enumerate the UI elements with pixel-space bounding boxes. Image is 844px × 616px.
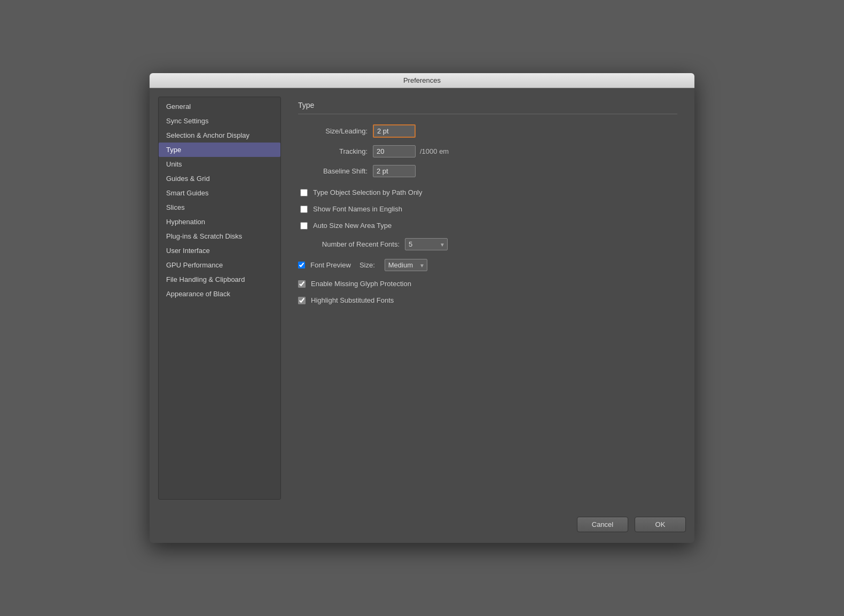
sidebar-item-selection-anchor-display[interactable]: Selection & Anchor Display — [159, 128, 280, 143]
sidebar-item-units[interactable]: Units — [159, 157, 280, 171]
tracking-input[interactable] — [373, 145, 416, 157]
recent-fonts-dropdown-wrapper: 5 10 15 20 ▼ — [405, 238, 448, 250]
sidebar-item-type[interactable]: Type — [159, 143, 280, 157]
missing-glyph-checkbox[interactable] — [298, 280, 306, 288]
type-object-selection-checkbox[interactable] — [300, 189, 308, 196]
auto-size-area-type-checkbox[interactable] — [300, 222, 308, 230]
size-leading-input[interactable] — [373, 124, 416, 138]
sidebar-item-appearance-of-black[interactable]: Appearance of Black — [159, 287, 280, 301]
sidebar-item-slices[interactable]: Slices — [159, 200, 280, 215]
tracking-row: Tracking: /1000 em — [298, 141, 677, 161]
font-preview-row: Font Preview Size: Small Medium Large ▼ — [298, 255, 677, 275]
sidebar-item-plugins-scratch-disks[interactable]: Plug-ins & Scratch Disks — [159, 229, 280, 243]
missing-glyph-label[interactable]: Enable Missing Glyph Protection — [311, 280, 411, 288]
sidebar-item-file-handling-clipboard[interactable]: File Handling & Clipboard — [159, 272, 280, 287]
size-leading-label: Size/Leading: — [298, 127, 368, 135]
sidebar-item-sync-settings[interactable]: Sync Settings — [159, 114, 280, 128]
preferences-dialog: Preferences GeneralSync SettingsSelectio… — [150, 73, 694, 543]
main-content: Type Size/Leading: Tracking: /1000 em Ba… — [290, 97, 686, 500]
form-area: Size/Leading: Tracking: /1000 em Baselin… — [298, 121, 677, 309]
show-font-names-label[interactable]: Show Font Names in English — [313, 205, 402, 213]
dialog-body: GeneralSync SettingsSelection & Anchor D… — [150, 88, 694, 508]
auto-size-area-type-row: Auto Size New Area Type — [300, 217, 677, 234]
baseline-shift-label: Baseline Shift: — [298, 167, 368, 175]
ok-button[interactable]: OK — [635, 517, 686, 532]
font-preview-size-dropdown[interactable]: Small Medium Large — [385, 259, 427, 271]
font-preview-size-wrapper: Small Medium Large ▼ — [385, 259, 427, 271]
show-font-names-checkbox[interactable] — [300, 206, 308, 213]
sidebar-item-hyphenation[interactable]: Hyphenation — [159, 215, 280, 229]
title-bar: Preferences — [150, 73, 694, 88]
baseline-shift-input[interactable] — [373, 165, 416, 177]
font-preview-checkbox[interactable] — [298, 262, 305, 268]
type-object-selection-row: Type Object Selection by Path Only — [300, 184, 677, 201]
missing-glyph-row: Enable Missing Glyph Protection — [298, 275, 677, 292]
sidebar-item-smart-guides[interactable]: Smart Guides — [159, 186, 280, 200]
show-font-names-row: Show Font Names in English — [300, 201, 677, 217]
checkboxes-section: Type Object Selection by Path Only Show … — [300, 184, 677, 234]
highlight-fonts-row: Highlight Substituted Fonts — [298, 292, 677, 309]
button-area: Cancel OK — [150, 508, 694, 543]
highlight-fonts-checkbox[interactable] — [298, 297, 306, 304]
recent-fonts-label: Number of Recent Fonts: — [298, 240, 400, 248]
sidebar-item-general[interactable]: General — [159, 99, 280, 114]
size-leading-row: Size/Leading: — [298, 121, 677, 141]
dialog-title: Preferences — [403, 76, 441, 84]
auto-size-area-type-label[interactable]: Auto Size New Area Type — [313, 222, 392, 230]
recent-fonts-row: Number of Recent Fonts: 5 10 15 20 ▼ — [298, 234, 677, 255]
sidebar-item-user-interface[interactable]: User Interface — [159, 243, 280, 258]
sidebar-item-guides-grid[interactable]: Guides & Grid — [159, 171, 280, 186]
tracking-suffix: /1000 em — [420, 147, 449, 155]
font-preview-size-label: Size: — [360, 261, 375, 269]
font-preview-label[interactable]: Font Preview — [310, 261, 351, 269]
highlight-fonts-label[interactable]: Highlight Substituted Fonts — [311, 296, 394, 304]
section-title: Type — [298, 101, 677, 114]
recent-fonts-dropdown[interactable]: 5 10 15 20 — [405, 238, 448, 250]
sidebar-item-gpu-performance[interactable]: GPU Performance — [159, 258, 280, 272]
baseline-shift-row: Baseline Shift: — [298, 161, 677, 181]
tracking-label: Tracking: — [298, 147, 368, 155]
cancel-button[interactable]: Cancel — [577, 517, 628, 532]
type-object-selection-label[interactable]: Type Object Selection by Path Only — [313, 188, 423, 196]
sidebar: GeneralSync SettingsSelection & Anchor D… — [158, 97, 281, 500]
